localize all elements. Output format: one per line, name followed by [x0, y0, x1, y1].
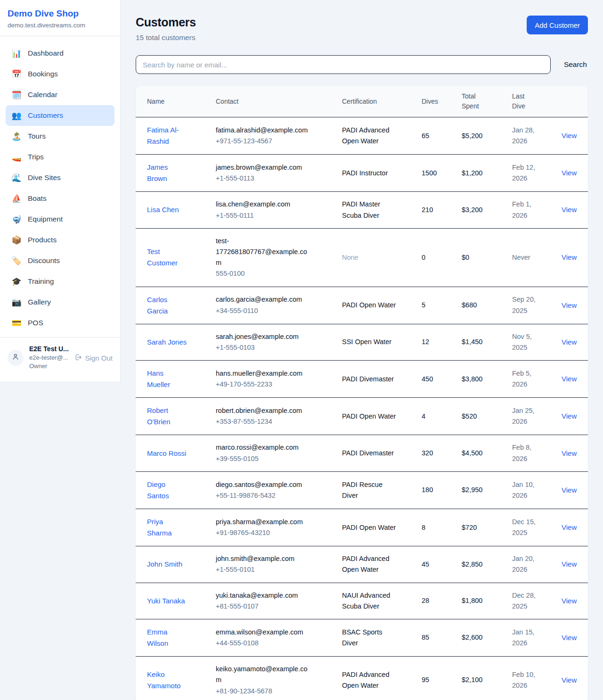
sidebar-item-dashboard[interactable]: 📊 Dashboard [6, 43, 114, 64]
sidebar-item-bookings[interactable]: 📅 Bookings [6, 64, 114, 84]
customer-email: robert.obrien@example.com [216, 405, 308, 416]
customer-phone: +55-11-99876-5432 [216, 490, 308, 501]
name-cell: Robert O'Brien [136, 398, 216, 435]
name-cell: Yuki Tanaka [136, 583, 216, 619]
view-customer-link[interactable]: View [562, 523, 577, 531]
customer-name-link[interactable]: Lisa Chen [147, 204, 179, 215]
dives-cell: 12 [422, 324, 462, 360]
dive-sites-icon: 🌊 [11, 173, 22, 183]
view-customer-link[interactable]: View [562, 486, 577, 494]
user-section: E2E Test U... e2e-tester@... Owner Sign … [0, 337, 120, 382]
certification-cell: PADI Divemaster [342, 435, 422, 471]
search-input[interactable] [136, 55, 551, 74]
view-customer-link[interactable]: View [562, 412, 577, 420]
contact-cell: priya.sharma@example.com +91-98765-43210 [216, 509, 342, 546]
customers-table: Name Contact Certification Dives Total S… [136, 86, 588, 700]
customer-name-link[interactable]: Carlos Garcia [147, 294, 187, 317]
customer-email: yuki.tanaka@example.com [216, 590, 308, 601]
customer-name-link[interactable]: Diego Santos [147, 479, 187, 502]
actions-cell: View [556, 287, 588, 324]
certification-value: BSAC Sports Diver [342, 627, 397, 649]
customer-name-link[interactable]: Marco Rossi [147, 448, 186, 459]
certification-value: None [342, 252, 359, 263]
customers-icon: 👥 [11, 111, 22, 121]
sidebar-item-pos[interactable]: 💳 POS [6, 313, 114, 333]
view-customer-link[interactable]: View [562, 449, 577, 457]
contact-cell: sarah.jones@example.com +1-555-0103 [216, 324, 342, 360]
view-customer-link[interactable]: View [562, 560, 577, 568]
sidebar-item-trips[interactable]: 🚤 Trips [6, 147, 114, 167]
customer-phone: +353-87-555-1234 [216, 416, 308, 427]
certification-cell: PADI Advanced Open Water [342, 546, 422, 583]
name-cell: Diego Santos [136, 471, 216, 509]
view-customer-link[interactable]: View [562, 375, 577, 383]
customer-name-link[interactable]: Robert O'Brien [147, 405, 187, 428]
customer-name-link[interactable]: Priya Sharma [147, 516, 187, 539]
sidebar-item-products[interactable]: 📦 Products [6, 230, 114, 250]
certification-value: PADI Advanced Open Water [342, 125, 397, 147]
view-customer-link[interactable]: View [562, 597, 577, 605]
certification-value: PADI Divemaster [342, 448, 394, 459]
last-dive-value: Jan 20, 2026 [512, 553, 541, 575]
sidebar-item-discounts[interactable]: 🏷️ Discounts [6, 250, 114, 271]
sidebar-item-boats[interactable]: ⛵ Boats [6, 188, 114, 209]
sidebar-item-customers[interactable]: 👥 Customers [6, 105, 114, 126]
customer-name-link[interactable]: Fatima Al-Rashid [147, 124, 187, 147]
sidebar-item-label: Trips [28, 153, 44, 161]
dives-cell: 320 [422, 435, 462, 471]
customer-name-link[interactable]: Keiko Yamamoto [147, 669, 187, 692]
view-customer-link[interactable]: View [562, 206, 577, 214]
customer-email: fatima.alrashid@example.com [216, 125, 308, 136]
actions-cell: View [556, 324, 588, 360]
view-customer-link[interactable]: View [562, 301, 577, 309]
sign-out-button[interactable]: Sign Out [74, 354, 113, 362]
contact-cell: fatima.alrashid@example.com +971-55-123-… [216, 117, 342, 155]
last-dive-value: Feb 1, 2026 [512, 199, 541, 221]
actions-cell: View [556, 192, 588, 228]
sidebar-item-gallery[interactable]: 📷 Gallery [6, 292, 114, 313]
view-customer-link[interactable]: View [562, 169, 577, 177]
view-customer-link[interactable]: View [562, 676, 577, 684]
certification-cell: PADI Open Water [342, 398, 422, 435]
customer-email: marco.rossi@example.com [216, 442, 308, 453]
sidebar-item-equipment[interactable]: 🤿 Equipment [6, 209, 114, 230]
customer-name-link[interactable]: Sarah Jones [147, 337, 187, 348]
column-header-dives: Dives [422, 86, 462, 117]
sidebar-item-training[interactable]: 🎓 Training [6, 271, 114, 292]
view-customer-link[interactable]: View [562, 634, 577, 642]
table-row: Robert O'Brien robert.obrien@example.com… [136, 398, 588, 435]
sidebar-item-tours[interactable]: 🏝️ Tours [6, 126, 114, 147]
certification-value: PADI Open Water [342, 300, 396, 311]
shop-name: Demo Dive Shop [8, 8, 113, 19]
add-customer-button[interactable]: Add Customer [527, 16, 588, 34]
table-row: Hans Mueller hans.mueller@example.com +4… [136, 361, 588, 398]
name-cell: James Brown [136, 155, 216, 192]
last-dive-value: Feb 12, 2026 [512, 162, 541, 184]
actions-cell: View [556, 228, 588, 287]
customer-email: emma.wilson@example.com [216, 627, 308, 638]
calendar-icon: 🗓️ [11, 90, 22, 100]
customer-name-link[interactable]: James Brown [147, 162, 187, 184]
customer-phone: +44-555-0108 [216, 638, 308, 649]
total-spent-cell: $5,200 [462, 117, 512, 155]
search-button[interactable]: Search [563, 60, 588, 69]
customer-name-link[interactable]: Hans Mueller [147, 368, 187, 390]
view-customer-link[interactable]: View [562, 253, 577, 261]
customer-name-link[interactable]: John Smith [147, 559, 182, 570]
total-spent-cell: $2,850 [462, 546, 512, 583]
customer-name-link[interactable]: Yuki Tanaka [147, 595, 185, 607]
certification-value: PADI Rescue Diver [342, 479, 397, 501]
dives-cell: 180 [422, 471, 462, 509]
last-dive-value: Dec 15, 2025 [512, 517, 541, 538]
sidebar-item-label: Discounts [28, 256, 60, 265]
last-dive-cell: Feb 5, 2026 [512, 361, 556, 398]
name-cell: Hans Mueller [136, 361, 216, 398]
sidebar-item-dive-sites[interactable]: 🌊 Dive Sites [6, 167, 114, 188]
customer-name-link[interactable]: Emma Wilson [147, 626, 187, 649]
view-customer-link[interactable]: View [562, 132, 577, 140]
view-customer-link[interactable]: View [562, 338, 577, 346]
customer-name-link[interactable]: Test Customer [147, 246, 187, 269]
sidebar-item-calendar[interactable]: 🗓️ Calendar [6, 84, 114, 105]
name-cell: Sarah Jones [136, 324, 216, 360]
last-dive-cell: Feb 12, 2026 [512, 155, 556, 192]
